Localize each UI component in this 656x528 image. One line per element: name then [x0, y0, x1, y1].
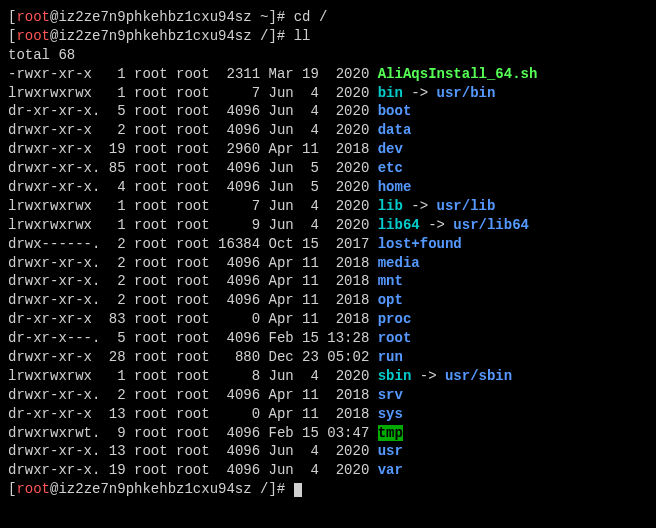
file-links: 2: [100, 255, 125, 271]
file-size: 2311: [210, 66, 260, 82]
prompt-host: iz2ze7n9phkehbz1cxu94sz: [58, 481, 251, 497]
file-owner: root: [126, 160, 168, 176]
file-group: root: [168, 443, 210, 459]
file-group: root: [168, 66, 210, 82]
prompt-user: root: [16, 28, 50, 44]
file-date: Feb 15 13:28: [260, 330, 378, 346]
listing-row: drwxrwxrwt. 9 root root 4096 Feb 15 03:4…: [8, 424, 648, 443]
file-size: 4096: [210, 462, 260, 478]
cursor-icon: [294, 483, 302, 497]
prompt-user: root: [16, 481, 50, 497]
file-group: root: [168, 255, 210, 271]
terminal-output[interactable]: [root@iz2ze7n9phkehbz1cxu94sz ~]# cd / […: [8, 8, 648, 499]
file-owner: root: [126, 103, 168, 119]
file-size: 8: [210, 368, 260, 384]
file-size: 4096: [210, 330, 260, 346]
file-perm: dr-xr-xr-x.: [8, 103, 100, 119]
file-owner: root: [126, 311, 168, 327]
file-owner: root: [126, 141, 168, 157]
listing-row: drwxr-xr-x. 4 root root 4096 Jun 5 2020 …: [8, 178, 648, 197]
command-text: cd /: [294, 9, 328, 25]
file-size: 4096: [210, 122, 260, 138]
file-links: 83: [100, 311, 125, 327]
listing-row: dr-xr-xr-x 83 root root 0 Apr 11 2018 pr…: [8, 310, 648, 329]
file-owner: root: [126, 406, 168, 422]
file-date: Feb 15 03:47: [260, 425, 378, 441]
file-links: 1: [100, 66, 125, 82]
listing-row: lrwxrwxrwx 1 root root 7 Jun 4 2020 lib …: [8, 197, 648, 216]
listing-row: lrwxrwxrwx 1 root root 9 Jun 4 2020 lib6…: [8, 216, 648, 235]
prompt-path: /: [252, 481, 269, 497]
file-links: 28: [100, 349, 125, 365]
file-size: 7: [210, 198, 260, 214]
file-name: root: [378, 330, 412, 346]
prompt-line-1: [root@iz2ze7n9phkehbz1cxu94sz ~]# cd /: [8, 8, 648, 27]
listing-row: drwxr-xr-x. 85 root root 4096 Jun 5 2020…: [8, 159, 648, 178]
prompt-line-3[interactable]: [root@iz2ze7n9phkehbz1cxu94sz /]#: [8, 480, 648, 499]
symlink-target: usr/lib: [437, 198, 496, 214]
listing-row: dr-xr-x---. 5 root root 4096 Feb 15 13:2…: [8, 329, 648, 348]
file-name: run: [378, 349, 403, 365]
file-group: root: [168, 387, 210, 403]
file-date: Apr 11 2018: [260, 292, 378, 308]
file-owner: root: [126, 179, 168, 195]
file-name: home: [378, 179, 412, 195]
file-date: Jun 4 2020: [260, 368, 378, 384]
file-size: 4096: [210, 103, 260, 119]
prompt-path: /: [252, 28, 269, 44]
listing-row: drwxr-xr-x. 2 root root 4096 Apr 11 2018…: [8, 254, 648, 273]
file-date: Jun 4 2020: [260, 103, 378, 119]
file-perm: drwxrwxrwt.: [8, 425, 100, 441]
file-date: Apr 11 2018: [260, 273, 378, 289]
file-size: 0: [210, 406, 260, 422]
listing-row: -rwxr-xr-x 1 root root 2311 Mar 19 2020 …: [8, 65, 648, 84]
prompt-path: ~: [252, 9, 269, 25]
file-links: 2: [100, 273, 125, 289]
file-size: 4096: [210, 387, 260, 403]
file-links: 13: [100, 406, 125, 422]
file-perm: -rwxr-xr-x: [8, 66, 100, 82]
file-date: Jun 5 2020: [260, 160, 378, 176]
file-owner: root: [126, 368, 168, 384]
file-name: tmp: [378, 425, 403, 441]
file-size: 0: [210, 311, 260, 327]
file-links: 2: [100, 236, 125, 252]
file-owner: root: [126, 255, 168, 271]
file-links: 2: [100, 387, 125, 403]
file-perm: drwxr-xr-x: [8, 349, 100, 365]
file-perm: drwxr-xr-x: [8, 122, 100, 138]
prompt-host: iz2ze7n9phkehbz1cxu94sz: [58, 9, 251, 25]
file-links: 19: [100, 462, 125, 478]
file-links: 1: [100, 217, 125, 233]
symlink-arrow: ->: [403, 85, 437, 101]
file-group: root: [168, 330, 210, 346]
file-group: root: [168, 198, 210, 214]
file-owner: root: [126, 425, 168, 441]
file-perm: dr-xr-x---.: [8, 330, 100, 346]
file-links: 2: [100, 122, 125, 138]
file-links: 4: [100, 179, 125, 195]
file-perm: drwxr-xr-x.: [8, 160, 100, 176]
file-perm: drwxr-xr-x.: [8, 179, 100, 195]
file-owner: root: [126, 387, 168, 403]
file-perm: lrwxrwxrwx: [8, 217, 100, 233]
file-date: Apr 11 2018: [260, 141, 378, 157]
listing-row: dr-xr-xr-x. 5 root root 4096 Jun 4 2020 …: [8, 102, 648, 121]
file-owner: root: [126, 198, 168, 214]
file-date: Mar 19 2020: [260, 66, 378, 82]
file-group: root: [168, 349, 210, 365]
command-text: ll: [294, 28, 311, 44]
file-group: root: [168, 103, 210, 119]
symlink-target: usr/bin: [437, 85, 496, 101]
listing-row: drwxr-xr-x 28 root root 880 Dec 23 05:02…: [8, 348, 648, 367]
file-group: root: [168, 425, 210, 441]
file-name: AliAqsInstall_64.sh: [378, 66, 538, 82]
file-size: 4096: [210, 273, 260, 289]
file-perm: drwxr-xr-x.: [8, 292, 100, 308]
file-owner: root: [126, 330, 168, 346]
symlink-target: usr/lib64: [453, 217, 529, 233]
file-size: 9: [210, 217, 260, 233]
file-name: usr: [378, 443, 403, 459]
file-name: lib: [378, 198, 403, 214]
file-owner: root: [126, 66, 168, 82]
